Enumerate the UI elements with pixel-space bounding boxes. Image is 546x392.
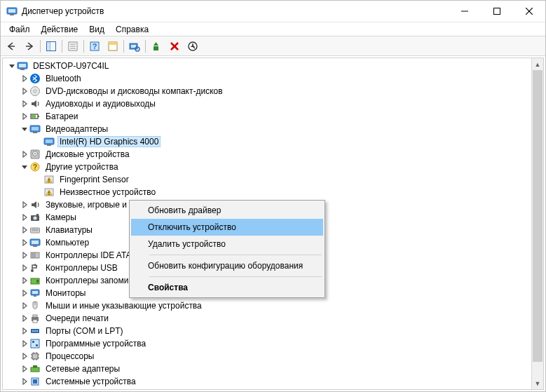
expand-icon[interactable] — [20, 86, 29, 96]
tree-category-printq[interactable]: Очереди печати — [6, 312, 531, 325]
tree-category-label: Другие устройства — [43, 161, 121, 173]
svg-rect-1 — [8, 9, 15, 13]
minimize-button[interactable] — [449, 1, 481, 22]
tree-device[interactable]: Intel(R) HD Graphics 4000 — [6, 135, 531, 148]
title-bar: Диспетчер устройств — [1, 1, 545, 22]
expand-icon[interactable] — [20, 364, 29, 374]
context-menu-item[interactable]: Отключить устройство — [131, 219, 323, 236]
expand-icon[interactable] — [20, 149, 29, 159]
battery-icon — [29, 111, 41, 122]
context-menu-item[interactable]: Удалить устройство — [131, 236, 323, 252]
svg-point-78 — [32, 330, 34, 332]
system-icon — [29, 376, 41, 387]
tree-category-display[interactable]: Видеоадаптеры — [6, 123, 531, 135]
properties-button[interactable] — [64, 38, 81, 55]
tree-category-system[interactable]: Системные устройства — [6, 375, 531, 388]
expand-icon[interactable] — [20, 238, 29, 248]
svg-point-31 — [34, 90, 36, 93]
expand-icon[interactable] — [20, 339, 29, 349]
tree-category-audio[interactable]: Аудиовходы и аудиовыходы — [6, 97, 531, 110]
scan-hardware-button[interactable] — [126, 38, 143, 55]
vertical-scrollbar[interactable]: ▲ ▼ — [531, 58, 543, 389]
computer-icon — [17, 60, 28, 72]
software-icon — [29, 338, 41, 349]
tree-category-label: Bluetooth — [43, 73, 83, 84]
collapse-icon[interactable] — [20, 124, 29, 134]
tree-category-mice[interactable]: Мыши и иные указывающие устройства — [6, 299, 531, 312]
svg-rect-17 — [109, 42, 117, 45]
expand-icon[interactable] — [20, 250, 29, 260]
tree-category-bluetooth[interactable]: Bluetooth — [6, 72, 531, 85]
menu-action[interactable]: Действие — [36, 23, 84, 36]
context-menu-separator — [149, 276, 322, 277]
expand-icon[interactable] — [20, 351, 29, 361]
svg-rect-96 — [33, 379, 37, 384]
dvd-icon — [29, 86, 41, 97]
expand-icon[interactable] — [20, 111, 29, 121]
tree-device[interactable]: !Неизвестное устройство — [6, 186, 531, 198]
cpu-icon — [29, 351, 41, 362]
other-icon: ? — [29, 161, 41, 173]
context-menu-item-label: Свойства — [148, 283, 188, 292]
tree-device-label: Fingerprint Sensor — [57, 174, 131, 185]
svg-rect-2 — [10, 14, 14, 15]
tree-category-dvd[interactable]: DVD-дисководы и дисководы компакт-дисков — [6, 85, 531, 97]
tree-category-other[interactable]: ?Другие устройства — [6, 161, 531, 173]
expand-icon[interactable] — [20, 74, 29, 83]
tree-root[interactable]: DESKTOP-U97C4IL — [6, 60, 531, 72]
maximize-button[interactable] — [481, 1, 513, 22]
scroll-thumb[interactable] — [533, 70, 542, 362]
svg-text:!: ! — [48, 191, 50, 196]
expand-icon[interactable] — [20, 326, 29, 336]
tree-category-battery[interactable]: Батареи — [6, 110, 531, 123]
context-menu-item[interactable]: Обновить конфигурацию оборудования — [131, 257, 323, 274]
expand-icon[interactable] — [20, 377, 29, 386]
action-button[interactable] — [104, 38, 121, 55]
tree-category-cpu[interactable]: Процессоры — [6, 350, 531, 363]
update-driver-button[interactable] — [148, 38, 165, 55]
back-button[interactable] — [3, 38, 20, 55]
show-hide-tree-button[interactable] — [43, 38, 60, 55]
tree-root-label: DESKTOP-U97C4IL — [31, 60, 111, 72]
expand-icon[interactable] — [20, 276, 29, 285]
context-menu-item[interactable]: Обновить драйвер — [131, 202, 323, 219]
expand-icon[interactable] — [20, 313, 29, 323]
expand-icon[interactable] — [20, 263, 29, 273]
expand-icon[interactable] — [20, 212, 29, 222]
svg-rect-93 — [31, 367, 39, 372]
tree-category-software[interactable]: Программные устройства — [6, 337, 531, 350]
svg-point-80 — [36, 330, 38, 332]
expand-icon[interactable] — [20, 301, 29, 311]
tree-category-ports[interactable]: Порты (COM и LPT) — [6, 325, 531, 337]
tree-category-network[interactable]: Сетевые адаптеры — [6, 363, 531, 375]
svg-point-53 — [34, 217, 37, 220]
menu-file[interactable]: Файл — [4, 23, 36, 36]
close-button[interactable] — [513, 1, 545, 22]
menu-help[interactable]: Справка — [110, 23, 154, 36]
forward-button[interactable] — [21, 38, 38, 55]
expand-icon[interactable] — [20, 288, 29, 298]
display-icon — [29, 123, 41, 135]
scroll-track[interactable] — [532, 70, 543, 377]
scroll-up-button[interactable]: ▲ — [532, 58, 543, 70]
tree-category-disks[interactable]: Дисковые устройства — [6, 148, 531, 161]
monitor-icon — [29, 288, 41, 299]
mouse-icon — [29, 300, 41, 311]
context-menu-item[interactable]: Свойства — [131, 279, 323, 296]
collapse-icon[interactable] — [7, 61, 17, 71]
svg-point-79 — [34, 330, 36, 332]
warning-icon: ! — [43, 174, 55, 185]
menu-view[interactable]: Вид — [83, 23, 110, 36]
svg-rect-82 — [32, 341, 34, 343]
expand-icon[interactable] — [20, 225, 29, 235]
disable-button[interactable] — [184, 38, 201, 55]
collapse-icon[interactable] — [20, 162, 29, 172]
tree-device[interactable]: !Fingerprint Sensor — [6, 173, 531, 186]
uninstall-button[interactable] — [166, 38, 183, 55]
help-button[interactable]: ? — [86, 38, 103, 55]
svg-rect-67 — [34, 264, 36, 266]
expand-icon[interactable] — [20, 200, 29, 210]
tree-category-label: Сетевые адаптеры — [43, 363, 122, 374]
expand-icon[interactable] — [20, 99, 29, 109]
scroll-down-button[interactable]: ▼ — [532, 377, 543, 389]
